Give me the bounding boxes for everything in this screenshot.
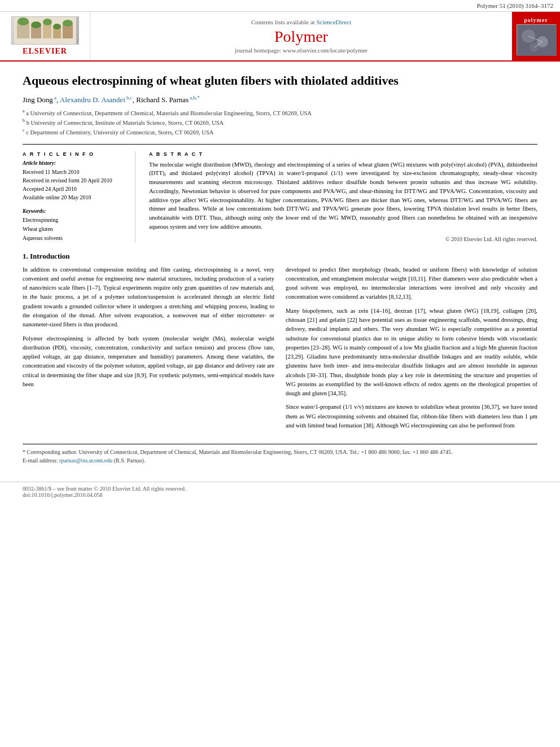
abstract-text: The molecular weight distribution (MWD),… <box>149 160 537 231</box>
polymer-badge: polymer <box>517 17 556 55</box>
abstract-column: A B S T R A C T The molecular weight dis… <box>147 151 537 243</box>
page: Polymer 51 (2010) 3164–3172 <box>0 0 560 747</box>
journal-ref: Polymer 51 (2010) 3164–3172 <box>477 2 553 9</box>
intro-col2-p2: Many biopolymers, such as zein [14–16], … <box>286 307 537 399</box>
email-link[interactable]: rparnas@ins.uconn.edu <box>59 457 112 464</box>
affiliations: a a University of Connecticut, Departmen… <box>23 108 537 137</box>
svg-point-8 <box>43 19 52 25</box>
journal-homepage: journal homepage: www.elsevier.com/locat… <box>235 47 368 54</box>
sciencedirect-link: Contents lists available at ScienceDirec… <box>251 19 351 25</box>
issn-line: 0032-3861/$ – see front matter © 2010 El… <box>23 486 537 492</box>
journal-name: Polymer <box>274 28 328 46</box>
polymer-badge-label: polymer <box>524 17 548 23</box>
received-revised-date: Received in revised form 20 April 2010 <box>23 176 128 185</box>
journal-header: ELSEVIER Contents lists available at Sci… <box>0 12 560 62</box>
elsevier-logo-container: ELSEVIER <box>0 12 90 60</box>
article-info-label: A R T I C L E I N F O <box>23 151 128 157</box>
email-suffix: (R.S. Parnas). <box>114 457 146 464</box>
email-footnote: E-mail address: rparnas@ins.uconn.edu (R… <box>23 456 537 465</box>
polymer-badge-area: polymer <box>512 12 560 60</box>
article-history: Article history: Received 11 March 2010 … <box>23 160 128 202</box>
svg-point-10 <box>63 20 73 27</box>
author-parnas: Richard S. Parnas <box>136 95 189 104</box>
intro-col1-p1: In addition to conventional compression … <box>23 265 274 330</box>
article-title: Aqueous electrospinning of wheat gluten … <box>23 73 537 89</box>
introduction-title: 1. Introduction <box>23 252 537 261</box>
history-title: Article history: <box>23 160 128 166</box>
kw-wheat-gluten: Wheat gluten <box>23 225 128 234</box>
main-content: Aqueous electrospinning of wheat gluten … <box>0 62 560 476</box>
corresponding-mark: * <box>197 95 200 101</box>
svg-point-9 <box>53 24 61 29</box>
journal-title-area: Contents lists available at ScienceDirec… <box>90 12 512 60</box>
bottom-bar: 0032-3861/$ – see front matter © 2010 El… <box>0 482 560 501</box>
corresponding-footnote: * Corresponding author. University of Co… <box>23 448 537 456</box>
intro-col1: In addition to conventional compression … <box>23 265 274 435</box>
kw-electrospinning: Electrospinning <box>23 216 128 225</box>
email-label: E-mail address: <box>23 457 58 464</box>
intro-body: In addition to conventional compression … <box>23 265 537 435</box>
article-info-abstract: A R T I C L E I N F O Article history: R… <box>23 151 537 243</box>
cover-artwork <box>517 25 557 56</box>
header-divider <box>23 144 537 145</box>
affil-line-b: b b University of Connecticut, Institute… <box>23 117 537 127</box>
svg-point-7 <box>31 21 41 28</box>
intro-col2-p1: developed to predict fiber morphology (b… <box>286 265 537 302</box>
elsevier-emblem <box>11 16 79 45</box>
affil-a: a <box>53 95 56 101</box>
sciencedirect-anchor[interactable]: ScienceDirect <box>316 19 351 25</box>
polymer-cover-image <box>517 24 556 55</box>
affil-line-c: c c Department of Chemistry, University … <box>23 127 537 137</box>
intro-number: 1. <box>23 252 28 260</box>
author-jing-dong: Jing Dong <box>23 95 53 104</box>
affil-ab: a,b, <box>189 95 197 101</box>
accepted-date: Accepted 24 April 2010 <box>23 185 128 193</box>
intro-col1-p2: Polymer electrospinning is affected by b… <box>23 334 274 390</box>
svg-point-6 <box>18 18 29 25</box>
top-bar: Polymer 51 (2010) 3164–3172 <box>0 0 560 12</box>
keywords-block: Keywords: Electrospinning Wheat gluten A… <box>23 208 128 243</box>
author-asandei: Alexandru D. Asandei <box>60 95 125 104</box>
elsevier-tree-icon <box>14 17 76 44</box>
elsevier-logo: ELSEVIER <box>11 16 79 56</box>
svg-rect-11 <box>517 25 557 56</box>
available-date: Available online 20 May 2010 <box>23 193 128 202</box>
intro-title-text: Introduction <box>30 252 70 260</box>
keywords-title: Keywords: <box>23 208 128 214</box>
footnote-area: * Corresponding author. University of Co… <box>23 444 537 465</box>
introduction-section: 1. Introduction In addition to conventio… <box>23 252 537 435</box>
affil-line-a: a a University of Connecticut, Departmen… <box>23 108 537 117</box>
article-info-column: A R T I C L E I N F O Article history: R… <box>23 151 135 243</box>
doi-line: doi:10.1016/j.polymer.2010.04.058 <box>23 492 537 498</box>
copyright-line: © 2010 Elsevier Ltd. All rights reserved… <box>149 236 537 242</box>
elsevier-label: ELSEVIER <box>23 47 67 56</box>
intro-col2: developed to predict fiber morphology (b… <box>286 265 537 435</box>
received-date: Received 11 March 2010 <box>23 168 128 176</box>
abstract-label: A B S T R A C T <box>149 151 537 157</box>
affil-bc: b,c <box>125 95 133 101</box>
intro-col2-p3: Since water/1-propanol (1/1 v/v) mixture… <box>286 403 537 430</box>
authors-line: Jing Dong a, Alexandru D. Asandei b,c, R… <box>23 95 537 104</box>
kw-aqueous-solvents: Aqueous solvents <box>23 234 128 243</box>
